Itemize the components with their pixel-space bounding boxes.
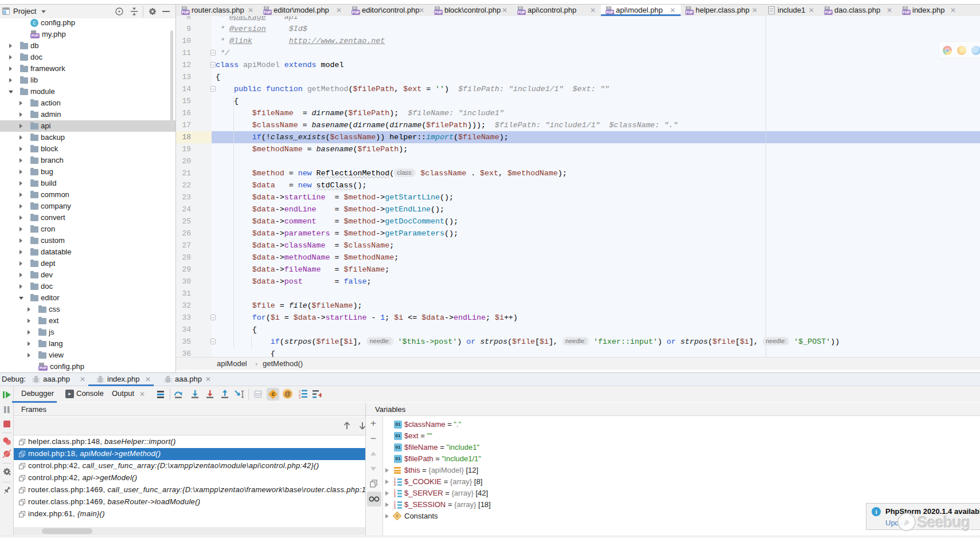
svg-text:3: 3 (299, 396, 301, 399)
